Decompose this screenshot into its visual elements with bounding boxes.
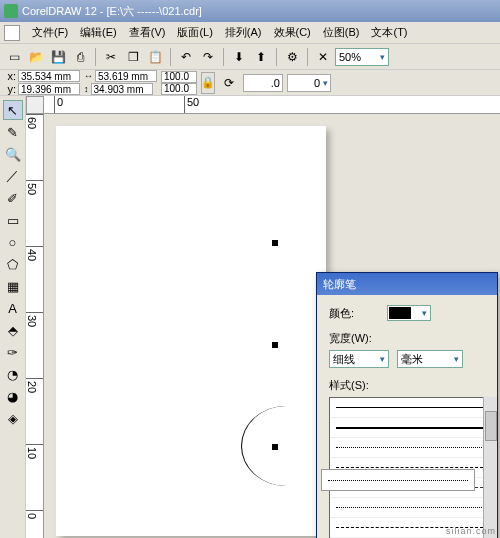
style-option-dotted[interactable] [330, 438, 494, 458]
selected-style-line [328, 480, 468, 481]
redo-button[interactable]: ↷ [198, 47, 218, 67]
pick-tool[interactable]: ↖ [3, 100, 23, 120]
dialog-titlebar[interactable]: 轮廓笔 [317, 273, 497, 295]
save-button[interactable]: 💾 [48, 47, 68, 67]
style-selection-highlight[interactable] [321, 469, 475, 491]
window-titlebar: CorelDRAW 12 - [E:\六 ------\021.cdr] [0, 0, 500, 22]
menu-layout[interactable]: 版面(L) [171, 23, 218, 42]
options-button[interactable]: ✕ [313, 47, 333, 67]
zoom-value: 50% [339, 51, 361, 63]
smart-draw-tool[interactable]: ✐ [3, 188, 23, 208]
x-position-input[interactable]: 35.534 mm [18, 70, 80, 82]
separator [95, 48, 96, 66]
toolbox: ↖ ✎ 🔍 ／ ✐ ▭ ○ ⬠ ▦ A ⬘ ✑ ◔ ◕ ◈ [0, 96, 26, 538]
style-option-thick[interactable] [330, 418, 494, 438]
menu-text[interactable]: 文本(T) [365, 23, 413, 42]
selection-handle[interactable] [272, 444, 278, 450]
height-icon: ↕ [84, 84, 89, 94]
menu-bitmap[interactable]: 位图(B) [317, 23, 366, 42]
rectangle-tool[interactable]: ▭ [3, 210, 23, 230]
print-button[interactable]: ⎙ [70, 47, 90, 67]
open-button[interactable]: 📂 [26, 47, 46, 67]
text-tool[interactable]: A [3, 298, 23, 318]
chevron-down-icon: ▾ [422, 308, 429, 318]
scale-y-input[interactable]: 100.0 [161, 83, 197, 95]
menu-bar: 文件(F) 编辑(E) 查看(V) 版面(L) 排列(A) 效果(C) 位图(B… [0, 22, 500, 44]
horizontal-ruler[interactable]: 0 50 [44, 96, 500, 114]
color-swatch [389, 307, 411, 319]
ruler-tick: 0 [54, 96, 63, 114]
menu-file[interactable]: 文件(F) [26, 23, 74, 42]
fill-tool[interactable]: ◕ [3, 386, 23, 406]
interactive-fill-tool[interactable]: ◈ [3, 408, 23, 428]
ellipse-tool[interactable]: ○ [3, 232, 23, 252]
ruler-tick: 20 [26, 378, 44, 393]
menu-edit[interactable]: 编辑(E) [74, 23, 123, 42]
style-list-scrollbar[interactable] [483, 397, 497, 538]
freehand-tool[interactable]: ／ [3, 166, 23, 186]
ruler-tick: 50 [26, 180, 44, 195]
outline-width-combo[interactable]: 细线 ▾ [329, 350, 389, 368]
new-button[interactable]: ▭ [4, 47, 24, 67]
style-option-dense-dot[interactable] [330, 498, 494, 518]
basic-shapes-tool[interactable]: ▦ [3, 276, 23, 296]
height-input[interactable]: 34.903 mm [91, 83, 153, 95]
app-icon [4, 4, 18, 18]
y-label: y: [4, 83, 16, 95]
standard-toolbar: ▭ 📂 💾 ⎙ ✂ ❐ 📋 ↶ ↷ ⬇ ⬆ ⚙ ✕ 50% ▾ [0, 44, 500, 70]
separator [170, 48, 171, 66]
interactive-blend-tool[interactable]: ⬘ [3, 320, 23, 340]
selection-handle[interactable] [272, 240, 278, 246]
menu-arrange[interactable]: 排列(A) [219, 23, 268, 42]
scrollbar-thumb[interactable] [485, 411, 497, 441]
ruler-tick: 0 [26, 510, 44, 519]
zoom-level-combo[interactable]: 50% ▾ [335, 48, 389, 66]
ruler-tick: 40 [26, 246, 44, 261]
dialog-title: 轮廓笔 [323, 277, 356, 292]
zoom-tool[interactable]: 🔍 [3, 144, 23, 164]
ruler-origin[interactable] [26, 96, 44, 114]
paste-button[interactable]: 📋 [145, 47, 165, 67]
copy-button[interactable]: ❐ [123, 47, 143, 67]
watermark-text: silian.com [446, 526, 496, 536]
scale-x-input[interactable]: 100.0 [161, 71, 197, 83]
vertical-ruler[interactable]: 60 50 40 30 20 10 0 [26, 114, 44, 538]
ruler-tick: 30 [26, 312, 44, 327]
undo-button[interactable]: ↶ [176, 47, 196, 67]
style-dropdown-list [329, 397, 495, 538]
style-option-solid[interactable] [330, 398, 494, 418]
width-input[interactable]: 53.619 mm [95, 70, 157, 82]
width-icon: ↔ [84, 71, 93, 81]
x-label: x: [4, 70, 16, 82]
polygon-tool[interactable]: ⬠ [3, 254, 23, 274]
chevron-down-icon: ▾ [323, 78, 328, 88]
eyedropper-tool[interactable]: ✑ [3, 342, 23, 362]
size-fields: ↔ 53.619 mm ↕ 34.903 mm [84, 70, 157, 95]
rotation-input[interactable]: 0 ▾ [287, 74, 331, 92]
chevron-down-icon: ▾ [380, 52, 385, 62]
cut-button[interactable]: ✂ [101, 47, 121, 67]
outline-tool[interactable]: ◔ [3, 364, 23, 384]
width-label: 宽度(W): [329, 332, 372, 344]
export-button[interactable]: ⬆ [251, 47, 271, 67]
chevron-down-icon: ▾ [454, 354, 459, 364]
angle-input[interactable]: .0 [243, 74, 283, 92]
outline-unit-combo[interactable]: 毫米 ▾ [397, 350, 463, 368]
shape-tool[interactable]: ✎ [3, 122, 23, 142]
y-position-input[interactable]: 19.396 mm [18, 83, 80, 95]
chevron-down-icon: ▾ [380, 354, 385, 364]
selection-handle[interactable] [272, 342, 278, 348]
menu-effects[interactable]: 效果(C) [268, 23, 317, 42]
app-launcher-button[interactable]: ⚙ [282, 47, 302, 67]
style-label: 样式(S): [329, 379, 369, 391]
separator [307, 48, 308, 66]
lock-ratio-button[interactable]: 🔒 [201, 72, 215, 94]
window-title: CorelDRAW 12 - [E:\六 ------\021.cdr] [22, 4, 202, 19]
document-system-icon[interactable] [4, 25, 20, 41]
menu-view[interactable]: 查看(V) [123, 23, 172, 42]
workspace: ↖ ✎ 🔍 ／ ✐ ▭ ○ ⬠ ▦ A ⬘ ✑ ◔ ◕ ◈ 0 50 60 50… [0, 96, 500, 538]
outline-color-picker[interactable]: ▾ [387, 305, 431, 321]
ruler-tick: 10 [26, 444, 44, 459]
import-button[interactable]: ⬇ [229, 47, 249, 67]
color-label: 颜色: [329, 306, 379, 321]
